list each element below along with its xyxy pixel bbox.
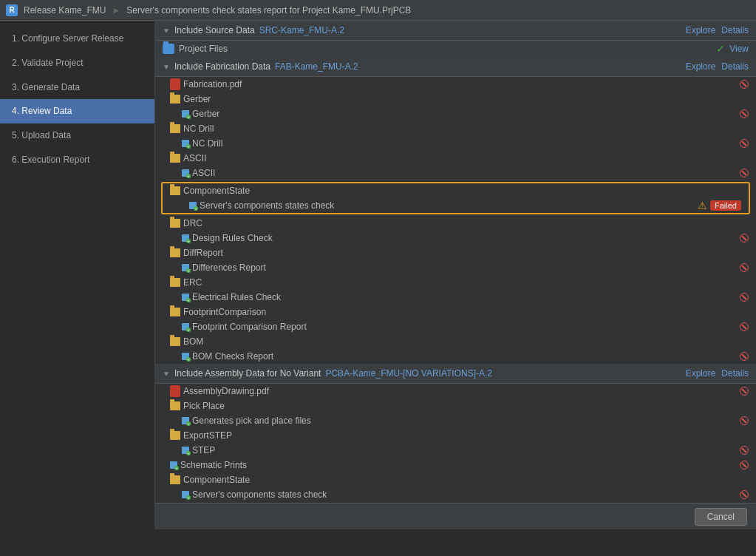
fab-erc-file-label: Electrical Rules Check <box>192 292 737 302</box>
asm-pdf-icon <box>170 385 180 397</box>
asm-pickplace-label: Pick Place <box>183 401 749 411</box>
title-bar: R Release Kame_FMU ► Server's components… <box>0 0 756 21</box>
fab-drc-file: Design Rules Check <box>155 231 756 245</box>
fab-bom-folder: BOM <box>155 334 756 349</box>
fab-componentstate-folder: ComponentState <box>163 183 749 198</box>
fab-diffreport-label: DiffReport <box>183 248 749 258</box>
sidebar-item-execution-report[interactable]: 6. Execution Report <box>0 148 154 172</box>
asm-explore-btn[interactable]: Explore <box>686 368 716 379</box>
chevron-icon: ▼ <box>163 27 170 35</box>
source-section-id: SRC-Kame_FMU-A.2 <box>259 25 344 35</box>
asm-pickplace-file-label: Generates pick and place files <box>192 416 737 426</box>
assembly-data-header: ▼ Include Assembly Data for No Variant P… <box>155 364 756 384</box>
pickplace-file-icon <box>182 417 189 424</box>
fab-ascii-file-label: ASCII <box>192 168 737 178</box>
fab-fabrication-label: Fabrication.pdf <box>183 79 737 89</box>
sidebar-item-review-data[interactable]: 4. Review Data <box>0 99 154 123</box>
diffreport-folder-icon <box>170 248 180 257</box>
project-files-status-icon: ✓ <box>716 43 725 55</box>
skip-icon-schematic <box>740 461 749 469</box>
fab-ncdrill-label: NC Drill <box>183 123 749 134</box>
asm-drawing-pdf: AssemblyDrawing.pdf <box>155 384 756 399</box>
fab-section-id: FAB-Kame_FMU-A.2 <box>275 61 358 72</box>
pickplace-folder-icon <box>170 401 180 410</box>
ncdrill-file-icon <box>182 140 189 147</box>
sidebar-item-upload-data[interactable]: 5. Upload Data <box>0 123 154 148</box>
asm-pickplace-file: Generates pick and place files <box>155 413 756 428</box>
fab-ascii-label: ASCII <box>183 153 749 163</box>
asm-step-file-label: STEP <box>192 445 737 455</box>
fab-ascii-file: ASCII <box>155 166 756 180</box>
fab-details-btn[interactable]: Details <box>721 61 749 72</box>
asm-section-title: Include Assembly Data for No Variant <box>174 368 321 379</box>
asm-exportstep-label: ExportSTEP <box>183 430 749 441</box>
fab-fabrication-pdf: Fabrication.pdf <box>155 77 756 92</box>
skip-icon-drc <box>740 234 749 243</box>
skip-icon-diff <box>740 263 749 272</box>
fab-footprint-file-label: Footprint Comparison Report <box>192 322 737 332</box>
fab-drc-folder: DRC <box>155 216 756 231</box>
fab-footprint-file: Footprint Comparison Report <box>155 319 756 334</box>
chevron-fab-icon: ▼ <box>163 63 170 71</box>
fab-ncdrill-folder: NC Drill <box>155 121 756 136</box>
skip-icon-footprint <box>740 322 749 331</box>
step-file-icon <box>182 447 189 454</box>
fab-componentstate-file-label: Server's components states check <box>200 200 695 211</box>
fab-gerber-file: Gerber <box>155 106 756 121</box>
pdf-icon <box>170 78 180 90</box>
app-title: Release Kame_FMU <box>24 5 106 16</box>
bom-file-icon <box>182 353 189 360</box>
fab-componentstate-file: Server's components states check ⚠ Faile… <box>163 198 749 213</box>
asm-section-id: PCBA-Kame_FMU-[NO VARIATIONS]-A.2 <box>325 368 492 379</box>
asm-details-btn[interactable]: Details <box>721 368 749 379</box>
source-data-header: ▼ Include Source Data SRC-Kame_FMU-A.2 E… <box>155 21 756 41</box>
ascii-file-icon <box>182 169 189 177</box>
fab-gerber-folder: Gerber <box>155 92 756 106</box>
asm-componentstate-file-icon <box>182 491 189 498</box>
fabrication-data-header: ▼ Include Fabrication Data FAB-Kame_FMU-… <box>155 57 756 77</box>
gerber-file-icon <box>182 110 189 118</box>
project-files-icon <box>163 44 174 54</box>
asm-componentstate-label: ComponentState <box>183 475 749 485</box>
bottom-bar: Cancel <box>155 503 756 529</box>
fab-drc-file-label: Design Rules Check <box>192 233 737 243</box>
componentstate-file-icon <box>189 202 197 209</box>
exportstep-folder-icon <box>170 431 180 440</box>
asm-exportstep-folder: ExportSTEP <box>155 428 756 443</box>
asm-drawing-label: AssemblyDrawing.pdf <box>183 386 737 396</box>
gerber-folder-icon <box>170 95 180 104</box>
fab-bom-file-label: BOM Checks Report <box>192 351 737 362</box>
fab-section-title: Include Fabrication Data <box>174 61 270 72</box>
sidebar-item-configure-server-release[interactable]: 1. Configure Server Release <box>0 27 154 51</box>
skip-icon-asm-cs <box>740 490 749 499</box>
drc-file-icon <box>182 234 189 242</box>
asm-pickplace-folder: Pick Place <box>155 399 756 413</box>
fab-footprint-folder: FootprintComparison <box>155 305 756 319</box>
warn-icon: ⚠ <box>698 200 707 211</box>
skip-icon-ascii <box>740 169 749 177</box>
title-separator: ► <box>112 5 120 16</box>
fab-explore-btn[interactable]: Explore <box>686 61 716 72</box>
sidebar-item-validate-project[interactable]: 2. Validate Project <box>0 51 154 75</box>
skip-icon-fab-pdf <box>740 80 749 89</box>
fab-diffreport-file-label: Differences Report <box>192 262 737 273</box>
erc-folder-icon <box>170 278 180 287</box>
cancel-button[interactable]: Cancel <box>695 508 747 526</box>
asm-step-file: STEP <box>155 443 756 458</box>
project-files-view-link[interactable]: View <box>729 44 749 54</box>
asm-componentstate-folder-icon <box>170 475 180 484</box>
fab-diffreport-file: Differences Report <box>155 260 756 275</box>
project-files-label: Project Files <box>179 44 712 54</box>
sidebar: 1. Configure Server Release 2. Validate … <box>0 21 155 529</box>
fab-erc-label: ERC <box>183 277 749 288</box>
source-explore-btn[interactable]: Explore <box>686 25 716 35</box>
fab-section-actions: Explore Details <box>686 61 749 72</box>
app-icon: R <box>6 4 18 16</box>
fab-bom-label: BOM <box>183 336 749 347</box>
source-details-btn[interactable]: Details <box>721 25 749 35</box>
sidebar-item-generate-data[interactable]: 3. Generate Data <box>0 75 154 100</box>
footprint-folder-icon <box>170 308 180 316</box>
asm-componentstate-file: Server's components states check <box>155 487 756 502</box>
asm-schematic-label: Schematic Prints <box>180 460 737 470</box>
scrollable-content[interactable]: ▼ Include Source Data SRC-Kame_FMU-A.2 E… <box>155 21 756 503</box>
